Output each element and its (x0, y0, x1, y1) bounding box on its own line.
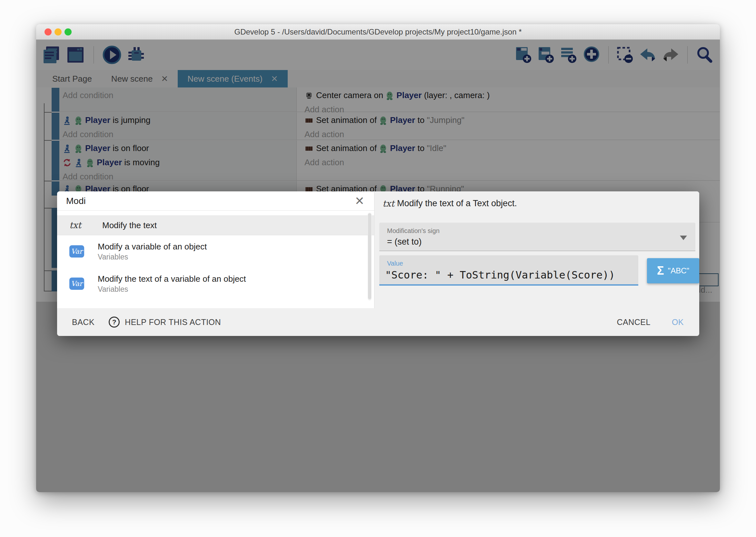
search-row: ✕ (57, 191, 374, 211)
window-title: GDevelop 5 - /Users/david/Documents/GDev… (234, 27, 521, 36)
app-window: GDevelop 5 - /Users/david/Documents/GDev… (36, 24, 720, 492)
instruction-search-input[interactable] (66, 196, 355, 206)
help-label: HELP FOR THIS ACTION (125, 317, 221, 327)
instruction-results-list: txt Modify the text Var Modify a variabl… (57, 211, 374, 308)
chevron-down-icon (680, 235, 687, 240)
app-content: Start Page New scene ✕ New scene (Events… (36, 40, 720, 492)
text-object-icon: txt (383, 198, 395, 208)
help-icon: ? (109, 316, 120, 328)
result-title: Modify a variable of an object (98, 241, 207, 252)
instruction-header: txt Modify the text of a Text object. (383, 198, 517, 208)
variable-icon: Var (69, 245, 84, 258)
instruction-search-panel: ✕ txt Modify the text Var Modify a varia… (57, 191, 374, 308)
text-object-icon: txt (69, 220, 89, 230)
modification-sign-select[interactable]: Modification's sign = (set to) (379, 223, 695, 251)
field-label: Value (387, 260, 403, 267)
help-button[interactable]: ? HELP FOR THIS ACTION (109, 316, 221, 328)
instruction-parameters-panel: txt Modify the text of a Text object. Mo… (374, 191, 699, 308)
abc-label: "ABC" (668, 266, 689, 275)
result-title: Modify the text of a variable of an obje… (98, 273, 246, 284)
expression-text[interactable]: "Score: " + ToString(Variable(Score)) (385, 269, 615, 281)
instruction-title: Modify the text of a Text object. (397, 198, 517, 208)
dialog-footer: BACK ? HELP FOR THIS ACTION CANCEL OK (57, 308, 699, 336)
ok-button[interactable]: OK (672, 317, 684, 327)
scrollbar-thumb[interactable] (368, 213, 371, 299)
result-title: Modify the text (102, 220, 157, 231)
result-subtitle: Variables (98, 252, 207, 262)
variable-icon: Var (69, 277, 84, 290)
title-bar: GDevelop 5 - /Users/david/Documents/GDev… (36, 24, 720, 40)
sigma-icon: Σ (657, 264, 664, 277)
result-modify-text-of-variable[interactable]: Var Modify the text of a variable of an … (57, 268, 374, 300)
result-subtitle: Variables (98, 284, 246, 294)
traffic-lights (45, 28, 72, 35)
back-button[interactable]: BACK (72, 317, 94, 327)
instruction-editor-dialog: ✕ txt Modify the text Var Modify a varia… (57, 191, 699, 336)
close-window-button[interactable] (45, 28, 52, 35)
result-modify-variable-of-object[interactable]: Var Modify a variable of an object Varia… (57, 235, 374, 268)
results-scrollbar[interactable] (368, 213, 371, 301)
close-icon[interactable]: ✕ (355, 195, 364, 207)
field-value: = (set to) (387, 237, 422, 247)
result-modify-the-text[interactable]: txt Modify the text (57, 215, 374, 235)
cancel-button[interactable]: CANCEL (617, 317, 650, 327)
field-label: Modification's sign (387, 227, 439, 235)
open-expression-editor-button[interactable]: Σ "ABC" (647, 258, 699, 283)
value-expression-field[interactable]: Value "Score: " + ToString(Variable(Scor… (379, 255, 638, 286)
zoom-window-button[interactable] (64, 28, 72, 35)
minimize-window-button[interactable] (55, 28, 61, 35)
